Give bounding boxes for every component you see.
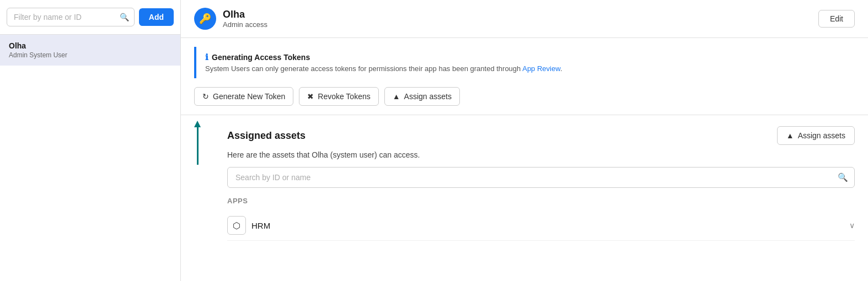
- search-assets-wrap: 🔍: [227, 167, 855, 188]
- generate-token-label: Generate New Token: [213, 92, 285, 101]
- info-banner: ℹ Generating Access Tokens System Users …: [194, 47, 855, 78]
- assign-assets-btn-icon: ▲: [786, 131, 794, 140]
- assign-icon: ▲: [393, 92, 400, 101]
- sidebar: 🔍 Add Olha Admin System User: [0, 0, 181, 281]
- search-assets-input[interactable]: [227, 167, 855, 188]
- refresh-icon: ↻: [202, 92, 209, 101]
- app-item-hrm[interactable]: ⬡ HRM ∨: [227, 210, 855, 241]
- user-details: Olha Admin access: [223, 9, 267, 29]
- arrow-up-indicator: [197, 126, 199, 165]
- apps-section-label: Apps: [227, 197, 855, 205]
- revoke-tokens-button[interactable]: ✖ Revoke Tokens: [299, 87, 378, 106]
- filter-input[interactable]: [7, 8, 135, 26]
- app-icon: ⬡: [227, 216, 246, 235]
- user-access: Admin access: [223, 20, 267, 29]
- filter-input-wrap: 🔍: [7, 8, 135, 26]
- assigned-panel: Assigned assets ▲ Assign assets Here are…: [214, 115, 868, 281]
- assign-assets-action-button[interactable]: ▲ Assign assets: [384, 87, 460, 106]
- sidebar-header: 🔍 Add: [0, 0, 180, 35]
- generate-token-button[interactable]: ↻ Generate New Token: [194, 87, 293, 106]
- info-banner-title: ℹ Generating Access Tokens: [205, 52, 846, 62]
- arrow-column: [181, 115, 214, 281]
- avatar: 🔑: [194, 8, 216, 30]
- app-review-link[interactable]: App Review: [522, 64, 560, 73]
- chevron-down-icon: ∨: [849, 221, 855, 230]
- edit-button[interactable]: Edit: [818, 10, 855, 28]
- app-icon-symbol: ⬡: [233, 220, 240, 231]
- sidebar-item-role: Admin System User: [9, 51, 172, 59]
- user-info: 🔑 Olha Admin access: [194, 8, 267, 30]
- add-button[interactable]: Add: [139, 8, 174, 26]
- user-name: Olha: [223, 9, 267, 20]
- app-item-left: ⬡ HRM: [227, 216, 270, 235]
- revoke-tokens-label: Revoke Tokens: [318, 92, 370, 101]
- avatar-icon: 🔑: [199, 13, 211, 25]
- top-bar: 🔑 Olha Admin access Edit: [181, 0, 868, 38]
- action-row: ↻ Generate New Token ✖ Revoke Tokens ▲ A…: [181, 87, 868, 115]
- content-area: Assigned assets ▲ Assign assets Here are…: [181, 115, 868, 281]
- assign-assets-action-label: Assign assets: [404, 92, 452, 101]
- assign-assets-button[interactable]: ▲ Assign assets: [777, 126, 855, 145]
- info-icon: ℹ: [205, 52, 208, 62]
- info-banner-title-text: Generating Access Tokens: [212, 53, 310, 62]
- assigned-header: Assigned assets ▲ Assign assets: [227, 126, 855, 145]
- search-assets-icon: 🔍: [838, 172, 848, 182]
- assign-assets-btn-label: Assign assets: [798, 131, 845, 140]
- main-content: 🔑 Olha Admin access Edit ℹ Generating Ac…: [181, 0, 868, 281]
- sidebar-item-name: Olha: [9, 41, 172, 50]
- search-icon: 🔍: [120, 13, 129, 21]
- assigned-title: Assigned assets: [227, 130, 306, 142]
- sidebar-item-olha[interactable]: Olha Admin System User: [0, 35, 180, 66]
- app-name: HRM: [251, 221, 270, 230]
- revoke-icon: ✖: [307, 92, 314, 101]
- assigned-description: Here are the assets that Olha (system us…: [227, 150, 855, 159]
- info-banner-text: System Users can only generate access to…: [205, 64, 846, 73]
